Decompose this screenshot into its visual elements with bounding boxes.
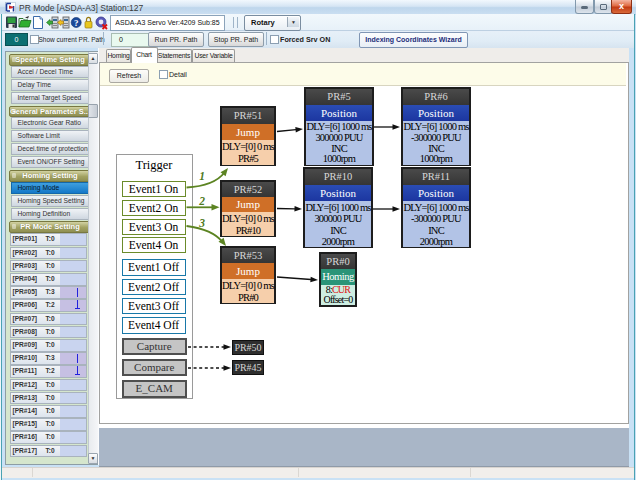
svg-text:?: ? <box>74 18 79 28</box>
